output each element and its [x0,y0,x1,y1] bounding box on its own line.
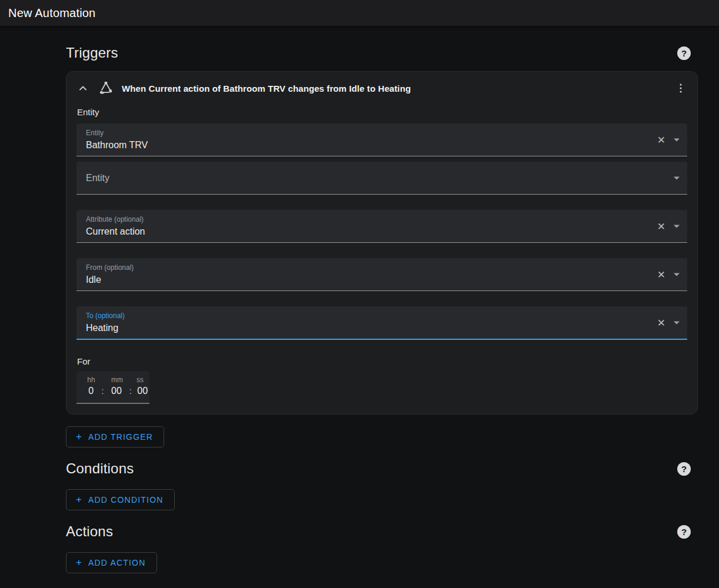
actions-help-icon[interactable]: ? [677,525,691,539]
page-title: New Automation [8,6,95,20]
for-label: For [77,356,687,366]
trigger-card: When Current action of Bathroom TRV chan… [66,71,698,415]
entity-field-value: Bathroom TRV [86,139,646,151]
to-clear-icon[interactable]: ✕ [656,316,667,329]
duration-separator: : [98,386,108,396]
from-clear-icon[interactable]: ✕ [656,268,667,280]
attribute-field-value: Current action [86,226,646,238]
minutes-label: mm [108,376,126,384]
add-condition-button[interactable]: + ADD CONDITION [66,489,175,510]
collapse-button[interactable] [75,81,91,96]
actions-heading: Actions [66,523,113,540]
entity-clear-icon[interactable]: ✕ [656,133,667,146]
actions-section-header: Actions ? [66,523,691,540]
hours-label: hh [85,376,98,384]
minutes-input[interactable]: 00 [108,386,125,396]
entity-dropdown-icon[interactable] [674,138,680,141]
conditions-help-icon[interactable]: ? [677,462,691,476]
add-action-button[interactable]: + ADD ACTION [66,552,157,573]
attribute-dropdown-icon[interactable] [674,225,680,228]
plus-icon: + [76,431,82,443]
entity-field[interactable]: Entity Bathroom TRV ✕ [76,123,687,156]
seconds-label: ss [133,376,147,384]
from-field-label: From (optional) [86,263,646,272]
entity-field-label: Entity [86,129,646,137]
to-field-value: Heating [86,322,646,334]
add-trigger-button[interactable]: + ADD TRIGGER [66,426,164,447]
entity-secondary-dropdown-icon[interactable] [674,176,680,179]
trigger-card-title: When Current action of Bathroom TRV chan… [122,83,411,93]
entity-group-label: Entity [77,107,687,117]
triggers-help-icon[interactable]: ? [677,46,691,60]
state-trigger-icon [98,81,114,96]
app-bar: New Automation [0,0,719,26]
add-trigger-label: ADD TRIGGER [88,432,153,442]
plus-icon: + [76,557,82,569]
conditions-heading: Conditions [66,460,134,477]
trigger-overflow-menu-button[interactable] [673,80,689,96]
add-action-label: ADD ACTION [88,558,146,567]
from-field-value: Idle [86,274,646,286]
conditions-section-header: Conditions ? [66,460,691,477]
to-field-label: To (optional) [86,312,646,320]
hours-input[interactable]: 0 [85,386,98,396]
for-duration-input[interactable]: hh mm ss 0 : 00 : 00 [76,371,149,404]
to-dropdown-icon[interactable] [674,321,680,324]
trigger-card-header: When Current action of Bathroom TRV chan… [66,72,697,103]
entity-secondary-field[interactable]: Entity [76,162,687,195]
add-condition-label: ADD CONDITION [88,495,164,505]
triggers-heading: Triggers [66,45,118,61]
from-field[interactable]: From (optional) Idle ✕ [76,258,687,291]
attribute-field-label: Attribute (optional) [86,215,646,223]
to-field[interactable]: To (optional) Heating ✕ [76,306,687,340]
plus-icon: + [76,494,82,506]
trigger-card-body: Entity Entity Bathroom TRV ✕ Entity Attr… [66,107,697,414]
entity-secondary-field-label: Entity [86,173,109,183]
attribute-field[interactable]: Attribute (optional) Current action ✕ [76,210,687,243]
chevron-up-icon [76,81,90,95]
attribute-clear-icon[interactable]: ✕ [656,220,667,232]
seconds-input[interactable]: 00 [135,386,149,396]
automation-editor: Triggers ? [0,26,719,573]
from-dropdown-icon[interactable] [674,273,680,276]
triggers-section-header: Triggers ? [66,45,691,61]
vertical-dots-icon [674,82,687,95]
duration-separator: : [125,386,136,396]
